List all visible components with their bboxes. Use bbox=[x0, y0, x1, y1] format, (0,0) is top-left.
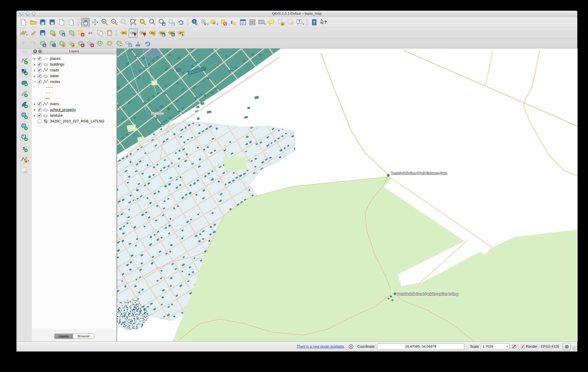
show-bookmarks-button[interactable] bbox=[286, 18, 295, 27]
title-bar[interactable]: QGIS 2.0.1-Dufour – basic_map bbox=[16, 11, 577, 17]
run-feature-action-button[interactable]: ▼ bbox=[200, 18, 209, 27]
new-shapefile-layer-dropdown-icon[interactable]: ▼ bbox=[27, 160, 29, 162]
add-mssql-layer-button[interactable]: + bbox=[19, 99, 29, 110]
add-delimited-text-layer-button[interactable]: ,+ bbox=[19, 143, 29, 154]
layer-row-3420C_2010_327_RGB_LATLNG[interactable]: 3420C_2010_327_RGB_LATLNG bbox=[32, 118, 116, 124]
pin-unpin-labels-button[interactable]: abc bbox=[129, 29, 138, 38]
measure-dropdown-icon[interactable]: ▼ bbox=[264, 23, 266, 25]
expander-icon[interactable]: ▼ bbox=[34, 81, 38, 83]
layer-visibility-checkbox[interactable]: ✓ bbox=[38, 68, 42, 72]
add-part-button[interactable]: ✶ bbox=[67, 39, 76, 48]
composer-manager-button[interactable] bbox=[67, 18, 76, 27]
add-spatialite-layer-button[interactable]: + bbox=[19, 88, 29, 99]
layer-visibility-checkbox[interactable]: ✓ bbox=[38, 62, 42, 66]
pan-map-button[interactable] bbox=[81, 18, 90, 27]
remove-layer-button[interactable] bbox=[19, 165, 29, 176]
map-tips-button[interactable] bbox=[267, 18, 276, 27]
save-layer-edits-button[interactable] bbox=[38, 29, 47, 38]
node-tool-button[interactable]: + bbox=[67, 29, 76, 38]
cut-features-button[interactable]: ✂ bbox=[86, 29, 95, 38]
zoom-last-button[interactable]: ◀ bbox=[157, 18, 166, 27]
copy-features-button[interactable] bbox=[95, 29, 104, 38]
new-project-button[interactable] bbox=[19, 18, 28, 27]
toolbar-separator[interactable] bbox=[306, 19, 308, 26]
plugin-available-link[interactable]: There is a new plugin available bbox=[296, 345, 344, 349]
field-calculator-button[interactable] bbox=[248, 18, 257, 27]
expander-icon[interactable]: ▶ bbox=[34, 103, 38, 105]
layer-labeling-options-button[interactable]: abc bbox=[119, 29, 128, 38]
delete-selected-button[interactable]: × bbox=[76, 29, 85, 38]
add-wfs-layer-button[interactable]: + bbox=[19, 132, 29, 143]
change-label-properties-button[interactable]: abc✎ bbox=[176, 29, 185, 38]
toolbar-separator[interactable] bbox=[115, 29, 118, 36]
plugin-icon[interactable] bbox=[348, 343, 354, 350]
open-project-button[interactable] bbox=[29, 18, 38, 27]
expander-icon[interactable]: ▶ bbox=[34, 114, 38, 117]
zoom-to-layer-button[interactable] bbox=[148, 18, 157, 27]
layer-row-roads[interactable]: ▶✓roads bbox=[32, 67, 116, 73]
select-by-expression-button[interactable]: ε bbox=[229, 18, 238, 27]
undo-button[interactable]: ↶ bbox=[19, 39, 28, 48]
layer-row-routes[interactable]: ▼✓routes bbox=[32, 79, 116, 85]
pan-to-selection-button[interactable] bbox=[90, 18, 99, 27]
expander-icon[interactable]: ▶ bbox=[34, 63, 38, 66]
zoom-to-selection-button[interactable] bbox=[138, 18, 147, 27]
text-annotation-button[interactable]: T▼ bbox=[295, 18, 304, 27]
identify-features-button[interactable]: i bbox=[191, 18, 199, 27]
add-wms-layer-button[interactable]: + bbox=[19, 110, 29, 121]
zoom-full-button[interactable] bbox=[129, 18, 138, 27]
rotate-point-symbols-button[interactable] bbox=[143, 39, 152, 48]
layer-row-rivers[interactable]: ▶✓rivers bbox=[32, 101, 116, 107]
layer-row-places[interactable]: ▶✓places bbox=[32, 56, 116, 62]
save-project-as-button[interactable] bbox=[48, 18, 57, 27]
expander-icon[interactable]: ▶ bbox=[34, 109, 38, 111]
split-parts-button[interactable]: ~ bbox=[124, 39, 133, 48]
resize-grip[interactable] bbox=[572, 346, 576, 350]
add-postgis-layer-button[interactable]: + bbox=[19, 77, 29, 88]
move-label-button[interactable]: abc▶ bbox=[157, 29, 166, 38]
new-shapefile-layer-button[interactable]: ✶▼ bbox=[19, 154, 29, 165]
scale-dropdown-icon[interactable]: ▼ bbox=[505, 344, 509, 349]
layer-row-buildings[interactable]: ▶✓buildings bbox=[32, 62, 116, 67]
layer-visibility-checkbox[interactable]: ✓ bbox=[38, 114, 42, 118]
map-canvas[interactable]: Railton Bontebok National Park Entrance … bbox=[117, 49, 577, 342]
select-features-button[interactable]: ▼ bbox=[210, 18, 219, 27]
add-ring-button[interactable]: ✶ bbox=[57, 39, 66, 48]
stop-render-icon[interactable] bbox=[511, 343, 517, 350]
add-vector-layer-button[interactable]: + bbox=[19, 55, 29, 66]
layer-visibility-checkbox[interactable]: ✓ bbox=[38, 80, 42, 84]
toggle-editing-button[interactable] bbox=[29, 29, 38, 38]
panel-tab-browser[interactable]: Browser bbox=[73, 334, 94, 338]
offset-curve-button[interactable] bbox=[134, 39, 143, 48]
new-print-composer-button[interactable] bbox=[57, 18, 66, 27]
zoom-next-button[interactable]: ▶ bbox=[167, 18, 176, 27]
rotate-label-button[interactable]: abc↻ bbox=[167, 29, 176, 38]
panel-tab-layers[interactable]: Layers bbox=[54, 334, 73, 338]
layer-row-landuse[interactable]: ▶✓landuse bbox=[32, 113, 116, 118]
show-hide-labels-button[interactable]: abc bbox=[148, 29, 157, 38]
refresh-map-button[interactable] bbox=[176, 18, 185, 27]
reshape-features-button[interactable] bbox=[95, 39, 104, 48]
simplify-feature-button[interactable]: ↓ bbox=[48, 39, 57, 48]
run-feature-action-dropdown-icon[interactable]: ▼ bbox=[207, 23, 209, 25]
move-feature-button[interactable]: ▶ bbox=[57, 29, 66, 38]
delete-ring-button[interactable]: × bbox=[76, 39, 85, 48]
split-features-button[interactable]: ✂ bbox=[114, 39, 123, 48]
scale-combo[interactable]: 1:7028 ▼ bbox=[480, 343, 509, 350]
new-bookmark-button[interactable]: ✶ bbox=[276, 18, 285, 27]
crs-status-button[interactable] bbox=[563, 343, 571, 350]
text-annotation-dropdown-icon[interactable]: ▼ bbox=[302, 23, 304, 25]
expander-icon[interactable]: ▶ bbox=[34, 75, 38, 77]
current-edits-button[interactable]: ▼ bbox=[19, 29, 28, 38]
expander-icon[interactable]: ▶ bbox=[34, 57, 38, 60]
layer-row-school_property[interactable]: ▶✓school_property bbox=[32, 107, 116, 113]
toolbar-drag-handle[interactable] bbox=[21, 51, 27, 53]
paste-features-button[interactable] bbox=[105, 29, 114, 38]
detach-panel-icon[interactable]: ❐ bbox=[38, 49, 42, 53]
layer-visibility-checkbox[interactable]: ✓ bbox=[38, 102, 42, 106]
layer-visibility-checkbox[interactable]: ✓ bbox=[38, 57, 42, 61]
fill-ring-button[interactable] bbox=[105, 39, 114, 48]
select-features-dropdown-icon[interactable]: ▼ bbox=[217, 23, 219, 25]
add-raster-layer-button[interactable]: + bbox=[19, 66, 29, 77]
coordinate-input[interactable]: 20.47065,-34.04879 bbox=[377, 343, 464, 350]
